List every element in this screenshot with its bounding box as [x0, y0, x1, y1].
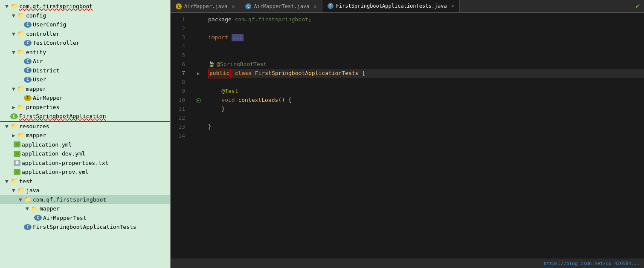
tree-label-userconfig: UserConfig: [33, 20, 66, 29]
tree-item-java[interactable]: ▼ 📁 java: [0, 186, 170, 195]
code-token: [252, 69, 255, 78]
tab-label-airmapper: AirMapper.java: [184, 3, 227, 9]
tree-item-config[interactable]: ▼ 📁 config: [0, 11, 170, 20]
code-token: [228, 33, 232, 42]
tab-close-airmappertest[interactable]: ✕: [313, 3, 316, 9]
tree-label-airmappertest: AirMapperTest: [43, 214, 87, 222]
tree-item-mapper[interactable]: ▼ 📁 mapper: [0, 84, 170, 94]
tree-item-mapper-test[interactable]: ▼ 📁 mapper: [0, 204, 170, 213]
folder-icon: 📁: [17, 12, 25, 18]
tree-item-airmappertest[interactable]: C AirMapperTest: [0, 213, 170, 223]
code-token: {: [358, 69, 365, 78]
tree-label-controller: controller: [26, 30, 59, 38]
folder-icon: 📁: [17, 31, 25, 37]
tree-label-mapper: mapper: [26, 85, 46, 93]
tree-item-com-qf[interactable]: ▼ 📁 com.qf.firstspringboot: [0, 2, 170, 11]
tree-item-app-dev-yml[interactable]: 🌿 application-dev.yml: [0, 149, 170, 158]
tree-expand-com-qf-test[interactable]: ▼: [17, 196, 24, 204]
tree-item-resources[interactable]: ▼ 📁 resources: [0, 122, 170, 131]
code-token: [208, 96, 221, 105]
class-icon: C: [24, 67, 32, 73]
tree-item-app-prop-txt[interactable]: 📄 application-properties.txt: [0, 158, 170, 168]
tree-item-district[interactable]: C District: [0, 66, 170, 75]
tree-item-mapper-resources[interactable]: ▶ 📁 mapper: [0, 131, 170, 140]
code-token-test: @Test: [208, 87, 238, 96]
springboot-icon: C: [34, 215, 42, 221]
tab-springboot-icon-active: C: [328, 3, 334, 9]
code-line-6: 🍃 @SpringBootTest: [208, 60, 644, 69]
tree-item-entity[interactable]: ▼ 📁 entity: [0, 48, 170, 57]
tab-bar: I AirMapper.java ✕ C AirMapperTest.java …: [171, 0, 644, 13]
tab-airmapper[interactable]: I AirMapper.java ✕: [171, 0, 240, 12]
code-line-9: @Test: [208, 87, 644, 96]
tree-item-controller[interactable]: ▼ 📁 controller: [0, 29, 170, 39]
tree-item-user[interactable]: C User: [0, 75, 170, 84]
tree-expand-resources[interactable]: ▼: [3, 122, 10, 131]
tree-item-app-yml[interactable]: 🌿 application.yml: [0, 140, 170, 150]
tree-label-app-yml: application.yml: [22, 141, 72, 149]
code-token-annotation: @: [217, 60, 220, 69]
code-token: [232, 69, 235, 78]
line-num-2: 2: [171, 24, 189, 33]
tree-expand-entity[interactable]: ▼: [10, 48, 17, 57]
tree-item-test[interactable]: ▼ 📁 test: [0, 177, 170, 186]
folder-icon: 📁: [17, 133, 25, 138]
code-editor[interactable]: package com.qf.firstspringboot; import .…: [205, 13, 644, 259]
code-line-1: package com.qf.firstspringboot;: [208, 15, 644, 24]
tree-item-firstspringboottests[interactable]: C FirstSpringbootApplicationTests: [0, 222, 170, 232]
code-line-14: [208, 132, 644, 141]
tab-interface-icon: I: [176, 3, 182, 9]
tree-item-userconfig[interactable]: C UserConfig: [0, 20, 170, 29]
tree-label-firstspringbootapp: FirstSpringbootApplication: [19, 112, 106, 121]
tree-expand-java[interactable]: ▼: [10, 186, 17, 195]
tree-label-testcontroller: TestController: [33, 39, 80, 47]
folder-icon: 📁: [17, 49, 25, 55]
tree-expand-mapper-resources[interactable]: ▶: [10, 131, 17, 140]
tab-firstspringboottests[interactable]: C FirstSpringbootApplicationTests.java ✕: [322, 0, 460, 12]
tree-item-app-prov-yml[interactable]: 🌿 application-prov.yml: [0, 167, 170, 177]
tree-item-properties[interactable]: ▶ 📁 properties: [0, 103, 170, 112]
tree-label-firstspringboottests: FirstSpringbootApplicationTests: [33, 223, 136, 231]
code-token: }: [208, 123, 212, 132]
tree-label-air: Air: [33, 57, 43, 66]
txt-icon: 📄: [14, 160, 20, 166]
tree-item-firstspringbootapp[interactable]: C FirstSpringbootApplication: [0, 112, 170, 122]
class-icon: C: [24, 40, 32, 46]
folder-icon: 📁: [10, 3, 18, 9]
line-num-7: 7: [171, 69, 189, 78]
code-token: }: [208, 105, 225, 114]
code-token: package: [208, 15, 235, 24]
run-arrow-line7[interactable]: ▶: [192, 69, 205, 78]
line-numbers: 1 2 3 4 5 6 7 8 9 10 11 12 13 14: [171, 13, 192, 259]
tree-expand-properties[interactable]: ▶: [10, 103, 17, 112]
tab-close-airmapper[interactable]: ✕: [232, 3, 235, 9]
line-num-14: 14: [171, 132, 189, 141]
code-line-10: void contextLoads () {: [208, 96, 644, 105]
tree-item-airmapper[interactable]: I AirMapper: [0, 93, 170, 103]
tab-airmappertest[interactable]: C AirMapperTest.java ✕: [240, 0, 322, 12]
tree-label-district: District: [33, 66, 60, 75]
tree-expand-mapper[interactable]: ▼: [10, 85, 17, 93]
line-num-5: 5: [171, 51, 189, 60]
status-bar: https://blog.csdn.net/qq_420584...: [171, 259, 644, 268]
tree-expand-mapper-test[interactable]: ▼: [24, 205, 31, 213]
line-num-6: 6: [171, 60, 189, 69]
tree-expand-controller[interactable]: ▼: [10, 30, 17, 38]
line-num-11: 11: [171, 105, 189, 114]
folder-icon: 📁: [10, 123, 18, 129]
tree-item-com-qf-test[interactable]: ▼ 📁 com.qf.firstspringboot: [0, 195, 170, 205]
leaf-icon: 🍃: [208, 60, 215, 69]
run-arrow-line10[interactable]: ▶: [192, 96, 205, 105]
tree-item-testcontroller[interactable]: C TestController: [0, 38, 170, 48]
springboot-icon: C: [10, 113, 18, 119]
code-token: class: [235, 69, 252, 78]
status-url: https://blog.csdn.net/qq_420584...: [544, 261, 640, 266]
tree-expand-config[interactable]: ▼: [10, 12, 17, 20]
tree-expand-test[interactable]: ▼: [3, 177, 10, 186]
tree-expand-com-qf[interactable]: ▼: [3, 2, 10, 11]
line-num-8: 8: [171, 78, 189, 87]
tab-close-firstspringboottests[interactable]: ✕: [451, 3, 454, 9]
tree-label-resources: resources: [19, 122, 49, 131]
yaml-icon: 🌿: [14, 151, 20, 157]
tree-item-air[interactable]: C Air: [0, 57, 170, 66]
